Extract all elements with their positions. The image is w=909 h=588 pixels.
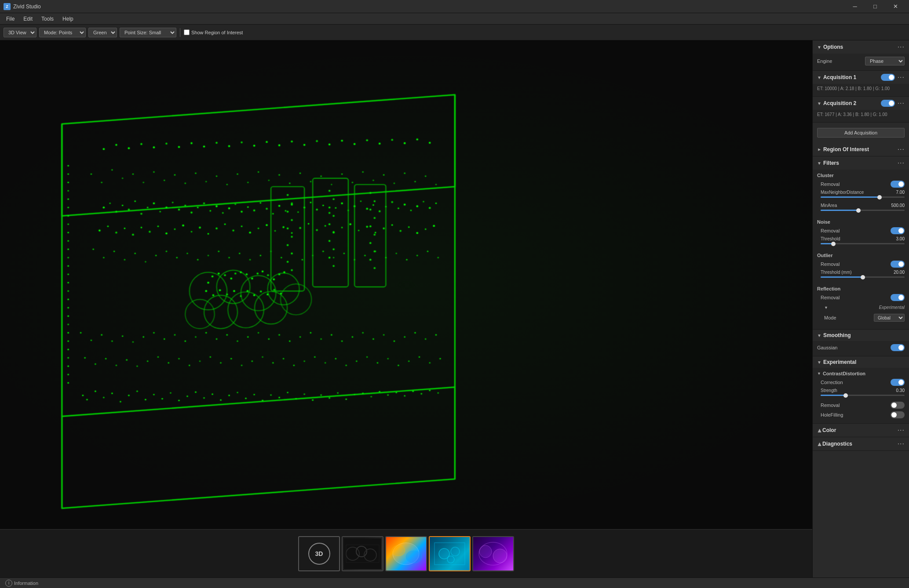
min-area-thumb[interactable] — [856, 208, 861, 213]
cluster-removal-toggle[interactable] — [891, 181, 905, 188]
reflection-removal-toggle[interactable] — [891, 294, 905, 301]
filters-content: Cluster Removal MaxNeighborDistance 7.00 — [813, 170, 909, 329]
options-header[interactable]: ▼ Options ··· — [813, 40, 909, 54]
viewport[interactable] — [0, 40, 812, 529]
noise-header-row[interactable]: Noise — [817, 218, 905, 226]
svg-point-264 — [366, 139, 368, 141]
menu-tools[interactable]: Tools — [37, 15, 58, 23]
roi-header[interactable]: ▼ Region Of Interest ··· — [813, 143, 909, 156]
svg-point-135 — [115, 232, 117, 233]
acq1-toggle[interactable] — [881, 74, 895, 81]
strength-track[interactable] — [821, 395, 905, 396]
acq1-more[interactable]: ··· — [898, 73, 905, 81]
svg-point-395 — [314, 356, 315, 358]
svg-point-196 — [278, 273, 280, 275]
max-neighbor-thumb[interactable] — [877, 195, 882, 200]
engine-label: Engine — [817, 58, 832, 64]
filmstrip-thumb-2[interactable] — [385, 536, 427, 571]
filters-header[interactable]: ▼ Filters ··· — [813, 156, 909, 170]
filters-arrow: ▼ — [817, 161, 821, 166]
svg-point-69 — [68, 307, 69, 309]
svg-point-61 — [68, 240, 69, 242]
maximize-button[interactable]: □ — [865, 0, 885, 13]
hole-filling-toggle[interactable] — [891, 411, 905, 418]
noise-threshold-value: 3.00 — [896, 236, 905, 241]
filters-more[interactable]: ··· — [898, 159, 905, 167]
filmstrip-3d-thumb[interactable]: 3D — [298, 536, 340, 571]
menu-file[interactable]: File — [2, 15, 19, 23]
reflection-exp-header[interactable]: ▼ Experimental — [824, 304, 905, 311]
reflection-removal-label: Removal — [821, 295, 840, 300]
svg-marker-2 — [62, 95, 455, 216]
min-area-track[interactable] — [821, 210, 905, 211]
close-button[interactable]: ✕ — [885, 0, 905, 13]
svg-point-55 — [68, 190, 69, 192]
svg-point-355 — [258, 332, 259, 334]
acq1-header[interactable]: ▼ Acquisition 1 ··· — [813, 71, 909, 84]
cluster-header-row[interactable]: Cluster — [817, 171, 905, 179]
outlier-threshold-track[interactable] — [821, 276, 905, 278]
svg-point-89 — [166, 207, 168, 208]
acq2-header[interactable]: ▼ Acquisition 2 ··· — [813, 97, 909, 110]
smoothing-header[interactable]: ▼ Smoothing — [813, 330, 909, 341]
filmstrip-thumb-1[interactable] — [342, 536, 383, 571]
cluster-group: Cluster Removal MaxNeighborDistance 7.00 — [817, 171, 905, 215]
reflection-header-row[interactable]: Reflection — [817, 285, 905, 293]
svg-point-57 — [68, 207, 69, 208]
max-neighbor-track[interactable] — [821, 196, 905, 198]
noise-threshold-track[interactable] — [821, 243, 905, 244]
strength-label: Strength — [821, 388, 837, 393]
view-mode-select[interactable]: 3D View 2D View — [4, 28, 37, 37]
svg-point-35 — [312, 399, 314, 401]
min-area-slider-container: MinArea 500.00 — [821, 202, 905, 215]
cd-removal-toggle[interactable] — [891, 402, 905, 409]
svg-point-368 — [394, 341, 395, 342]
reflection-content: Removal ▼ Experimental Mode Glo — [821, 293, 905, 323]
roi-more[interactable]: ··· — [898, 145, 905, 153]
svg-point-372 — [435, 334, 437, 336]
add-acquisition-button[interactable]: Add Acquisition — [817, 128, 905, 138]
show-roi-label[interactable]: Show Region of Interest — [184, 29, 243, 35]
diagnostics-header[interactable]: ▶ Diagnostics ··· — [813, 437, 909, 450]
show-roi-checkbox[interactable] — [184, 29, 190, 35]
svg-point-20 — [187, 396, 188, 397]
color-header[interactable]: ▶ Color ··· — [813, 424, 909, 437]
filmstrip-thumb-3[interactable] — [429, 536, 471, 571]
options-more-btn[interactable]: ··· — [898, 43, 905, 51]
svg-point-152 — [258, 228, 259, 229]
svg-point-383 — [189, 365, 190, 366]
correction-toggle[interactable] — [891, 379, 905, 386]
outlier-header-row[interactable]: Outlier — [817, 251, 905, 259]
noise-threshold-thumb[interactable] — [831, 242, 836, 246]
svg-point-41 — [362, 393, 364, 394]
mode-select[interactable]: Mode: Points Mode: Surface Mode: Depth — [39, 28, 86, 37]
outlier-removal-toggle[interactable] — [891, 261, 905, 268]
cd-header[interactable]: ▼ ContrastDistortion — [817, 370, 905, 377]
acq2-more[interactable]: ··· — [898, 99, 905, 107]
experimental-header[interactable]: ▼ Experimental — [813, 356, 909, 368]
svg-point-359 — [299, 336, 301, 338]
acq2-toggle[interactable] — [881, 100, 895, 107]
strength-thumb[interactable] — [843, 393, 848, 398]
noise-threshold-row: Threshold 3.00 — [821, 236, 905, 241]
svg-point-50 — [438, 392, 439, 394]
gaussian-toggle[interactable] — [891, 344, 905, 351]
engine-select[interactable]: Phase Stripe Omni — [865, 57, 905, 65]
filmstrip-thumb-4[interactable] — [472, 536, 514, 571]
color-more[interactable]: ··· — [898, 426, 905, 434]
color-select[interactable]: Green Color Depth — [88, 28, 117, 37]
options-title: Options — [823, 44, 843, 50]
svg-point-172 — [425, 229, 426, 230]
diagnostics-more[interactable]: ··· — [898, 440, 905, 448]
noise-removal-toggle[interactable] — [891, 227, 905, 234]
menu-help[interactable]: Help — [58, 15, 78, 23]
svg-point-93 — [191, 212, 193, 214]
outlier-group: Outlier Removal Threshold (mm) 20.00 — [817, 251, 905, 282]
acq1-title: Acquisition 1 — [823, 74, 856, 80]
point-size-select[interactable]: Point Size: Small Point Size: Medium Poi… — [120, 28, 176, 37]
svg-point-147 — [216, 228, 218, 229]
reflection-mode-select[interactable]: Global Local — [874, 314, 905, 322]
outlier-threshold-thumb[interactable] — [861, 275, 865, 279]
menu-edit[interactable]: Edit — [19, 15, 37, 23]
minimize-button[interactable]: ─ — [845, 0, 865, 13]
